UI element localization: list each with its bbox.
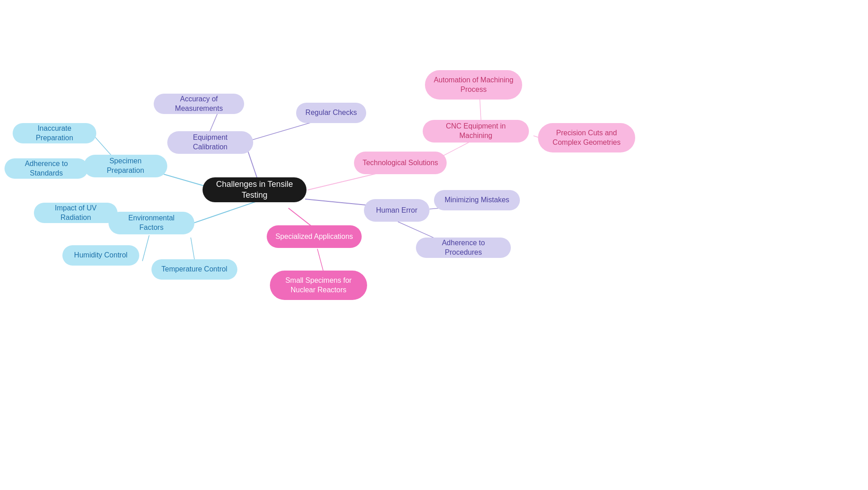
uv-radiation-node: Impact of UV Radiation (34, 203, 118, 223)
regular-checks-node: Regular Checks (296, 103, 366, 123)
environmental-factors-node: Environmental Factors (108, 212, 194, 234)
temperature-control-node: Temperature Control (151, 259, 237, 280)
human-error-node: Human Error (364, 199, 429, 222)
specimen-preparation-node: Specimen Preparation (84, 155, 167, 177)
svg-line-5 (191, 201, 257, 224)
center-node: Challenges in Tensile Testing (203, 177, 307, 202)
precision-cuts-node: Precision Cuts and Complex Geometries (538, 123, 635, 152)
humidity-control-node: Humidity Control (62, 245, 139, 266)
equipment-calibration-node: Equipment Calibration (167, 131, 253, 154)
accuracy-measurements-node: Accuracy of Measurements (154, 94, 244, 114)
svg-line-17 (142, 235, 149, 261)
small-specimens-node: Small Specimens for Nuclear Reactors (270, 271, 367, 300)
technological-solutions-node: Technological Solutions (354, 152, 447, 174)
automation-machining-node: Automation of Machining Process (425, 70, 522, 100)
adherence-standards-node: Adherence to Standards (5, 158, 88, 179)
inaccurate-preparation-node: Inaccurate Preparation (13, 123, 96, 143)
adherence-procedures-node: Adherence to Procedures (416, 238, 511, 258)
specialized-applications-node: Specialized Applications (267, 225, 362, 248)
cnc-equipment-node: CNC Equipment in Machining (423, 120, 529, 143)
minimizing-mistakes-node: Minimizing Mistakes (434, 190, 520, 210)
